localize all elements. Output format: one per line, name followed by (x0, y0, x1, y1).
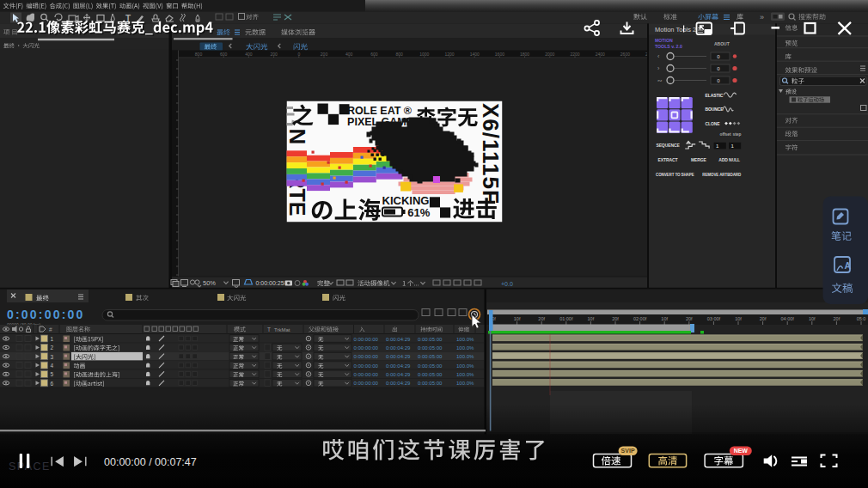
svg-text:0:00:04:29: 0:00:04:29 (386, 354, 411, 359)
svg-text:10f: 10f (735, 316, 742, 321)
svg-text:0:00:00:00: 0:00:00:00 (354, 337, 379, 342)
svg-text:2400: 2400 (596, 52, 605, 57)
svg-text:800: 800 (395, 52, 403, 57)
svg-text:KICKING: KICKING (382, 194, 430, 207)
svg-text:800: 800 (195, 52, 203, 57)
svg-text:SPACE: SPACE (9, 461, 51, 473)
svg-text:Motion Tools 2: Motion Tools 2 (655, 26, 696, 34)
svg-text:1800: 1800 (520, 52, 529, 57)
svg-text:3: 3 (51, 354, 54, 360)
svg-text:1200: 1200 (444, 52, 454, 57)
svg-text:200: 200 (270, 52, 278, 57)
svg-text:50%: 50% (203, 279, 216, 287)
svg-text:0:00:05:00: 0:00:05:00 (418, 372, 443, 377)
svg-text:0:00:05:00: 0:00:05:00 (418, 363, 443, 369)
svg-text:20f: 20f (686, 316, 693, 321)
svg-text:2000: 2000 (545, 52, 554, 57)
svg-text:A: A (845, 260, 852, 271)
svg-text:T: T (267, 326, 271, 332)
svg-text:2200: 2200 (570, 52, 579, 57)
svg-text:1600: 1600 (495, 52, 504, 57)
svg-text:20f: 20f (612, 316, 619, 321)
svg-text:4: 4 (51, 363, 54, 369)
svg-text:0:00:05:00: 0:00:05:00 (418, 354, 443, 359)
svg-text:SEQUENCE: SEQUENCE (656, 143, 680, 148)
svg-text:CONVERT TO SHAPE: CONVERT TO SHAPE (656, 173, 694, 177)
svg-text:100.0%: 100.0% (456, 381, 474, 386)
svg-text:0:00:05:00: 0:00:05:00 (418, 381, 443, 386)
svg-text:0:00:00:00: 0:00:00:00 (7, 308, 85, 321)
svg-text:400: 400 (345, 52, 353, 57)
svg-text:100.0%: 100.0% (456, 345, 474, 351)
svg-text:0:00:00:00: 0:00:00:00 (354, 372, 379, 377)
svg-text:0:00:05:00: 0:00:05:00 (418, 345, 443, 351)
svg-text:400: 400 (245, 52, 253, 57)
svg-text:NEW: NEW (734, 448, 749, 454)
svg-text:20f: 20f (538, 316, 545, 321)
svg-text:+0.0: +0.0 (501, 281, 513, 287)
svg-text:02:00f: 02:00f (633, 316, 647, 321)
svg-text:10f: 10f (661, 316, 668, 321)
svg-text:61%: 61% (407, 206, 430, 219)
svg-text:0:00:04:29: 0:00:04:29 (386, 381, 411, 386)
svg-text:2: 2 (51, 345, 54, 351)
svg-text:offset: offset (720, 132, 731, 137)
svg-text:SVIP: SVIP (621, 448, 635, 454)
svg-text:step: step (733, 132, 742, 137)
svg-text:1: 1 (51, 336, 54, 342)
svg-text:10f: 10f (514, 316, 521, 321)
svg-text:20f: 20f (760, 316, 767, 321)
svg-text:01:00f: 01:00f (559, 316, 573, 321)
svg-text:TrkMat: TrkMat (274, 327, 290, 332)
svg-text:0:00:00:00: 0:00:00:00 (354, 381, 379, 386)
svg-text:∾: ∾ (657, 77, 663, 83)
svg-text:600: 600 (220, 52, 228, 57)
svg-text:0:00:04:29: 0:00:04:29 (386, 337, 411, 342)
svg-text:100.0%: 100.0% (456, 363, 474, 369)
svg-text:ABOUT: ABOUT (714, 41, 730, 46)
svg-text:03:00f: 03:00f (707, 316, 721, 321)
svg-text:0:00:05:00: 0:00:05:00 (418, 337, 443, 342)
svg-text:0: 0 (297, 52, 300, 57)
svg-text:0:00:04:29: 0:00:04:29 (386, 345, 411, 351)
svg-text:MOTION: MOTION (655, 38, 673, 43)
svg-text:CLONE: CLONE (706, 121, 721, 126)
svg-text:#: # (49, 326, 52, 332)
svg-text:0:00:00:00: 0:00:00:00 (354, 345, 379, 351)
svg-text:0:00:04:29: 0:00:04:29 (386, 363, 411, 369)
svg-text:1400: 1400 (470, 52, 480, 57)
svg-text:REMOVE ARTBOARD: REMOVE ARTBOARD (702, 173, 742, 177)
svg-text:N: N (284, 129, 310, 145)
svg-text:00:00:00 / 00:07:47: 00:00:00 / 00:07:47 (104, 456, 197, 468)
svg-text:EXTRACT: EXTRACT (658, 157, 678, 162)
svg-text:BOUNCE: BOUNCE (706, 107, 724, 112)
svg-text:100.0%: 100.0% (456, 337, 474, 342)
svg-text:05:0: 05:0 (857, 316, 866, 321)
svg-text:6: 6 (51, 381, 54, 387)
svg-text:X6/1115F: X6/1115F (478, 103, 504, 204)
svg-text:0:00:00:00: 0:00:00:00 (354, 363, 379, 369)
svg-text:0:00:00:00: 0:00:00:00 (354, 354, 379, 359)
svg-text:ROLE EAT ®: ROLE EAT ® (347, 105, 413, 117)
svg-text:200: 200 (321, 52, 328, 57)
svg-text:0:00:00:25: 0:00:00:25 (256, 280, 284, 286)
svg-text:10f: 10f (588, 316, 595, 321)
svg-text:04:00f: 04:00f (781, 316, 795, 321)
svg-text:ADD NULL: ADD NULL (718, 157, 740, 162)
svg-text:0:00:04:29: 0:00:04:29 (386, 372, 411, 377)
svg-text:5: 5 (51, 371, 54, 377)
svg-text:»: » (760, 13, 764, 21)
svg-text:TOOLS v. 2.0: TOOLS v. 2.0 (655, 44, 682, 49)
svg-text:MERGE: MERGE (691, 157, 707, 162)
svg-text:600: 600 (370, 52, 378, 57)
svg-text:20f: 20f (834, 316, 840, 321)
svg-text:100.0%: 100.0% (456, 372, 474, 377)
svg-text:1000: 1000 (419, 52, 429, 57)
svg-text:2600: 2600 (620, 52, 630, 57)
svg-text:ELASTIC: ELASTIC (706, 93, 724, 98)
svg-text:100.0%: 100.0% (456, 354, 474, 359)
svg-text:10f: 10f (809, 316, 816, 321)
